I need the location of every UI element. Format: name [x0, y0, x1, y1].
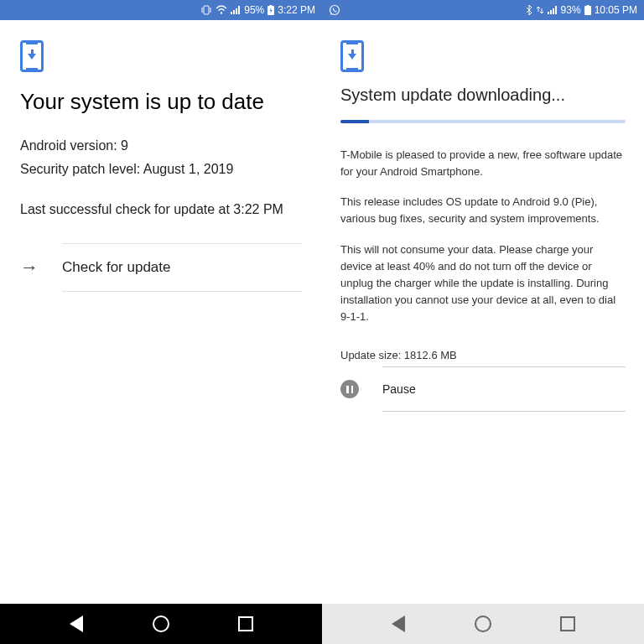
page-title: Your system is up to date: [20, 89, 302, 115]
battery-percent: 95%: [244, 4, 264, 16]
data-icon: [536, 5, 544, 15]
screen-system-up-to-date: 95% 3:22 PM Your system is up to date An…: [0, 0, 322, 644]
arrow-right-icon: →: [20, 257, 39, 278]
pause-icon: [340, 380, 359, 398]
update-description-1: T-Mobile is pleased to provide a new, fr…: [340, 147, 626, 180]
screen-system-update-downloading: 93% 10:05 PM System update downloading..…: [322, 0, 644, 644]
download-progress-bar: [340, 120, 626, 123]
update-description-2: This release includes OS update to Andro…: [340, 194, 626, 227]
clock: 3:22 PM: [278, 4, 315, 16]
navigation-bar: [0, 604, 322, 644]
signal-icon: [231, 5, 241, 15]
vibrate-icon: [200, 5, 212, 15]
content-area: System update downloading... T-Mobile is…: [322, 20, 644, 604]
nav-home-button[interactable]: [474, 615, 492, 633]
last-check-text: Last successful check for update at 3:22…: [20, 200, 302, 220]
nav-back-button[interactable]: [389, 615, 408, 633]
page-title: System update downloading...: [340, 86, 626, 105]
nav-back-button[interactable]: [67, 615, 86, 633]
nav-home-button[interactable]: [152, 615, 170, 633]
content-area: Your system is up to date Android versio…: [0, 20, 322, 604]
svg-rect-5: [233, 10, 235, 14]
battery-charging-icon: [267, 5, 274, 15]
security-patch-text: Security patch level: August 1, 2019: [20, 158, 302, 180]
status-bar: 93% 10:05 PM: [322, 0, 644, 20]
nav-recent-button[interactable]: [558, 615, 577, 633]
svg-rect-11: [548, 12, 549, 14]
check-for-update-label: Check for update: [62, 259, 170, 276]
check-for-update-button[interactable]: → Check for update: [62, 243, 302, 292]
android-version-text: Android version: 9: [20, 135, 302, 157]
svg-rect-12: [550, 10, 552, 14]
update-description-3: This will not consume your data. Please …: [340, 242, 626, 326]
signal-icon: [548, 5, 558, 15]
pause-label: Pause: [382, 382, 416, 396]
system-update-icon: [340, 40, 364, 72]
progress-fill: [340, 120, 369, 123]
battery-icon: [584, 5, 591, 15]
svg-rect-6: [236, 8, 237, 14]
nav-recent-button[interactable]: [236, 615, 255, 633]
system-update-icon: [20, 40, 44, 72]
update-size-text: Update size: 1812.6 MB: [340, 349, 626, 361]
svg-point-3: [221, 12, 222, 13]
svg-rect-9: [270, 5, 273, 7]
whatsapp-icon: [329, 4, 340, 16]
battery-percent: 93%: [561, 4, 581, 16]
svg-rect-7: [238, 6, 240, 14]
svg-point-10: [330, 6, 340, 15]
svg-rect-4: [231, 12, 232, 14]
svg-rect-14: [555, 6, 557, 14]
wifi-icon: [216, 5, 227, 15]
bluetooth-icon: [526, 5, 532, 15]
status-bar: 95% 3:22 PM: [0, 0, 322, 20]
navigation-bar: [322, 604, 644, 644]
svg-rect-13: [553, 8, 554, 14]
svg-rect-16: [586, 5, 589, 7]
pause-button[interactable]: Pause: [382, 366, 626, 412]
svg-rect-0: [204, 6, 209, 14]
svg-rect-15: [584, 6, 591, 15]
clock: 10:05 PM: [595, 4, 637, 16]
